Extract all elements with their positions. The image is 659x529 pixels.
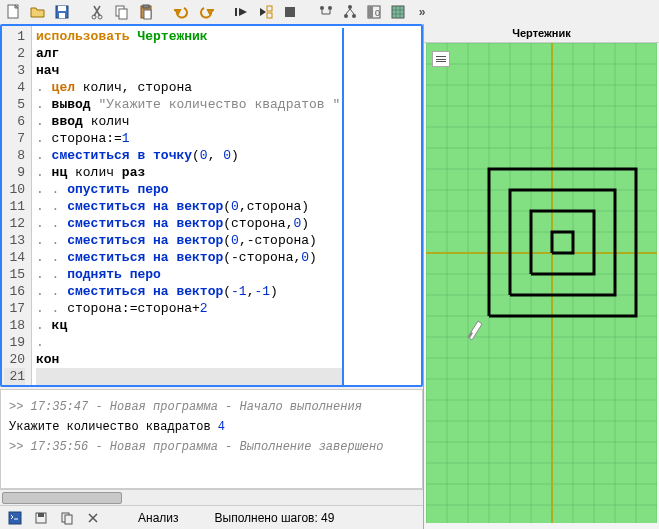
svg-point-17 xyxy=(348,5,352,9)
step-icon[interactable] xyxy=(256,2,276,22)
console-output-line: Укажите количество квадратов 4 xyxy=(9,420,414,434)
copy-icon[interactable] xyxy=(112,2,132,22)
new-file-icon[interactable] xyxy=(4,2,24,22)
line-gutter: 1234567891011121314151617181920212223 xyxy=(2,26,32,385)
undo-icon[interactable] xyxy=(172,2,192,22)
svg-rect-9 xyxy=(143,5,149,8)
svg-point-15 xyxy=(320,6,324,10)
redo-icon[interactable] xyxy=(196,2,216,22)
svg-rect-13 xyxy=(267,13,272,18)
tree-icon[interactable] xyxy=(340,2,360,22)
save-icon[interactable] xyxy=(52,2,72,22)
run-icon[interactable] xyxy=(232,2,252,22)
svg-point-18 xyxy=(344,14,348,18)
console-start-line: >> 17:35:47 - Новая программа - Начало в… xyxy=(9,400,414,414)
open-file-icon[interactable] xyxy=(28,2,48,22)
svg-rect-29 xyxy=(426,43,657,523)
svg-rect-12 xyxy=(267,6,272,11)
svg-rect-23 xyxy=(392,6,404,18)
svg-rect-11 xyxy=(235,8,237,16)
svg-rect-2 xyxy=(58,6,66,11)
svg-point-19 xyxy=(352,14,356,18)
svg-rect-21 xyxy=(368,6,373,18)
svg-rect-10 xyxy=(144,10,151,19)
canvas-title: Чертежник xyxy=(424,24,659,43)
stop-icon[interactable] xyxy=(280,2,300,22)
svg-rect-7 xyxy=(119,9,127,19)
status-steps: Выполнено шагов: 49 xyxy=(215,511,335,525)
actor-icon[interactable] xyxy=(316,2,336,22)
svg-rect-14 xyxy=(285,7,295,17)
code-area[interactable]: использовать Чертежникалгнач. цел колич,… xyxy=(32,26,348,385)
copy-small-icon[interactable] xyxy=(58,509,76,527)
terminal-icon[interactable] xyxy=(6,509,24,527)
close-small-icon[interactable] xyxy=(84,509,102,527)
svg-rect-24 xyxy=(9,512,21,524)
console-end-line: >> 17:35:56 - Новая программа - Выполнен… xyxy=(9,440,414,454)
svg-rect-28 xyxy=(65,515,72,524)
console-panel[interactable]: >> 17:35:47 - Новая программа - Начало в… xyxy=(0,389,423,489)
cut-icon[interactable] xyxy=(88,2,108,22)
svg-text:0: 0 xyxy=(375,8,380,18)
hamburger-icon[interactable] xyxy=(432,51,450,67)
horizontal-scrollbar[interactable] xyxy=(0,489,423,505)
svg-rect-26 xyxy=(38,513,44,517)
toolbar-more[interactable]: » xyxy=(412,2,432,22)
svg-rect-3 xyxy=(59,13,65,18)
panel-icon[interactable]: 0 xyxy=(364,2,384,22)
main-toolbar: 0 » xyxy=(0,0,659,24)
canvas-area[interactable] xyxy=(424,43,659,529)
save-small-icon[interactable] xyxy=(32,509,50,527)
paste-icon[interactable] xyxy=(136,2,156,22)
status-bar: Анализ Выполнено шагов: 49 xyxy=(0,505,423,529)
status-analysis: Анализ xyxy=(138,511,179,525)
code-editor[interactable]: 1234567891011121314151617181920212223 ис… xyxy=(0,24,423,387)
grid-icon[interactable] xyxy=(388,2,408,22)
svg-point-16 xyxy=(328,6,332,10)
